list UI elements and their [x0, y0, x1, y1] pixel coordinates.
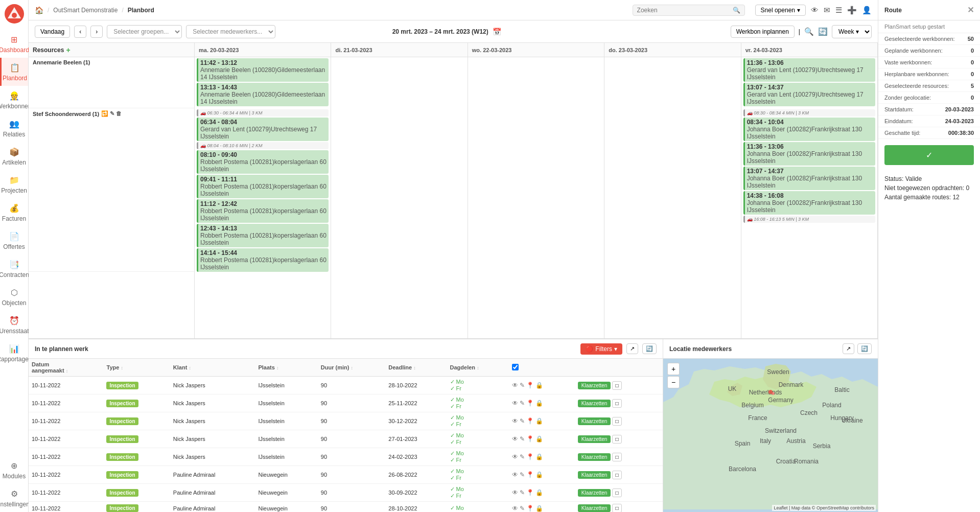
home-icon[interactable]: 🏠 [35, 6, 43, 14]
vandaag-button[interactable]: Vandaag [35, 26, 70, 38]
lock-row-icon[interactable]: 🔒 [535, 471, 543, 478]
refresh-icon[interactable]: 🔄 [818, 27, 828, 36]
pin-row-icon[interactable]: 📍 [526, 400, 534, 407]
sched-block[interactable]: 14:14 - 15:44 Robbert Postema (100281)ko… [197, 248, 329, 272]
sched-block[interactable]: 06:34 - 08:04 Gerard van Lent (100279)Ut… [197, 118, 329, 141]
edit-row-icon[interactable]: ✎ [520, 382, 525, 389]
row-extra-button[interactable]: □ [612, 417, 621, 426]
pin-row-icon[interactable]: 📍 [526, 417, 534, 425]
expand-button[interactable]: ↗ [626, 343, 638, 354]
calendar-icon[interactable]: 📅 [493, 28, 501, 36]
lock-row-icon[interactable]: 🔒 [535, 400, 543, 407]
klaarzetten-button[interactable]: Klaarzetten [578, 382, 611, 389]
travel-block[interactable]: 🚗 08:04 - 08:10 6 MIN | 2 KM [197, 142, 329, 149]
zoom-in-button[interactable]: + [667, 363, 680, 375]
lock-row-icon[interactable]: 🔒 [535, 505, 543, 512]
week-select-dropdown[interactable]: Week ▾ [832, 25, 872, 38]
edit-row-icon[interactable]: ✎ [520, 505, 525, 512]
sched-block[interactable]: 13:07 - 14:37 Johanna Boer (100282)Frank… [743, 167, 875, 190]
sidebar-item-werkbonnen[interactable]: 👷 Werkbonnen [0, 86, 28, 114]
sidebar-item-artikelen[interactable]: 📦 Artikelen [0, 142, 28, 170]
sched-block[interactable]: 11:36 - 13:06 Gerard van Lent (100279)Ut… [743, 58, 875, 82]
sidebar-item-contracten[interactable]: 📑 Contracten [0, 254, 28, 283]
klaarzetten-button[interactable]: Klaarzetten [578, 417, 611, 425]
edit-row-icon[interactable]: ✎ [520, 471, 525, 478]
mail-icon[interactable]: ✉ [824, 6, 830, 15]
sidebar-item-projecten[interactable]: 📁 Projecten [0, 170, 28, 198]
sidebar-item-modules[interactable]: ⊕ Modules [0, 456, 28, 484]
travel-block[interactable]: 🚗 06:30 - 06:34 4 MIN | 3 KM [197, 109, 329, 117]
eye-row-icon[interactable]: 👁 [512, 417, 518, 425]
sidebar-item-instellingen[interactable]: ⚙ Instellingen [0, 484, 28, 512]
search-toolbar-icon[interactable]: 🔍 [804, 27, 814, 36]
sidebar-item-offertes[interactable]: 📄 Offertes [0, 226, 28, 254]
pin-row-icon[interactable]: 📍 [526, 471, 534, 478]
klaarzetten-button[interactable]: Klaarzetten [578, 489, 611, 497]
route-confirm-button[interactable]: ✓ [884, 145, 974, 165]
klaarzetten-button[interactable]: Klaarzetten [578, 400, 611, 407]
lock-row-icon[interactable]: 🔒 [535, 435, 543, 443]
pin-row-icon[interactable]: 📍 [526, 489, 534, 496]
sched-block[interactable]: 14:38 - 16:08 Johanna Boer (100282)Frank… [743, 191, 875, 215]
nav-next-button[interactable]: › [90, 26, 103, 38]
klaarzetten-button[interactable]: Klaarzetten [578, 504, 611, 512]
refresh-work-button[interactable]: 🔄 [642, 343, 657, 354]
eye-row-icon[interactable]: 👁 [512, 435, 518, 443]
sidebar-item-rapportages[interactable]: 📊 Rapportages [0, 339, 28, 367]
row-extra-button[interactable]: □ [612, 381, 621, 390]
pin-row-icon[interactable]: 📍 [526, 382, 534, 389]
sidebar-item-urensstaat[interactable]: ⏰ Urensstaat [0, 311, 28, 339]
travel-block[interactable]: 🚗 08:30 - 08:34 4 MIN | 3 KM [743, 109, 875, 117]
select-medewerkers-dropdown[interactable]: Selecteer medewerkers... [186, 25, 275, 38]
sidebar-item-objecten[interactable]: ⬡ Objecten [0, 283, 28, 311]
edit-row-icon[interactable]: ✎ [520, 489, 525, 496]
lock-row-icon[interactable]: 🔒 [535, 417, 543, 425]
list-icon[interactable]: ☰ [835, 6, 842, 15]
row-extra-button[interactable]: □ [612, 399, 621, 408]
edit-row-icon[interactable]: ✎ [520, 453, 525, 460]
row-extra-button[interactable]: □ [612, 488, 621, 497]
row-extra-button[interactable]: □ [612, 435, 621, 444]
klaarzetten-button[interactable]: Klaarzetten [578, 453, 611, 461]
edit-row-icon[interactable]: ✎ [520, 417, 525, 425]
sched-block[interactable]: 11:42 - 13:12 Annemarie Beelen (100280)G… [197, 58, 329, 82]
eye-row-icon[interactable]: 👁 [512, 400, 518, 407]
sidebar-item-planbord[interactable]: 📋 Planbord [0, 58, 28, 86]
lock-row-icon[interactable]: 🔒 [535, 453, 543, 460]
row-extra-button[interactable]: □ [612, 504, 621, 512]
sidebar-item-dashboard[interactable]: ⊞ Dashboard [0, 30, 28, 58]
row-extra-button[interactable]: □ [612, 453, 621, 461]
pin-row-icon[interactable]: 📍 [526, 435, 534, 443]
sched-block[interactable]: 11:36 - 13:06 Johanna Boer (100282)Frank… [743, 142, 875, 166]
user-icon[interactable]: 👤 [862, 6, 872, 15]
eye-row-icon[interactable]: 👁 [512, 382, 518, 389]
eye-row-icon[interactable]: 👁 [512, 453, 518, 460]
eye-icon[interactable]: 👁 [811, 6, 819, 14]
lock-row-icon[interactable]: 🔒 [535, 382, 543, 389]
sched-block[interactable]: 13:13 - 14:43 Annemarie Beelen (100280)G… [197, 83, 329, 106]
lock-row-icon[interactable]: 🔒 [535, 489, 543, 496]
sched-block[interactable]: 12:43 - 14:13 Robbert Postema (100281)ko… [197, 224, 329, 247]
edit-row-icon[interactable]: ✎ [520, 400, 525, 407]
sched-block[interactable]: 09:41 - 11:11 Robbert Postema (100281)ko… [197, 175, 329, 198]
pin-row-icon[interactable]: 📍 [526, 453, 534, 460]
close-route-button[interactable]: ✕ [967, 5, 974, 15]
search-input[interactable] [637, 7, 733, 14]
sched-block[interactable]: 13:07 - 14:37 Gerard van Lent (100279)Ut… [743, 83, 875, 106]
travel-block[interactable]: 🚗 16:08 - 16:13 5 MIN | 3 KM [743, 216, 875, 223]
map-expand-button[interactable]: ↗ [843, 343, 854, 354]
add-resource-icon[interactable]: + [66, 46, 70, 54]
select-all-checkbox[interactable] [512, 364, 519, 370]
snel-openen-button[interactable]: Snel openen ▾ [755, 5, 806, 16]
add-icon[interactable]: ➕ [847, 6, 857, 15]
map-refresh-button[interactable]: 🔄 [857, 343, 872, 354]
klaarzetten-button[interactable]: Klaarzetten [578, 471, 611, 479]
breadcrumb-parent[interactable]: OutSmart Demonstratie [53, 7, 118, 14]
nav-prev-button[interactable]: ‹ [74, 26, 86, 38]
eye-row-icon[interactable]: 👁 [512, 505, 518, 512]
pin-row-icon[interactable]: 📍 [526, 505, 534, 512]
sidebar-item-relaties[interactable]: 👥 Relaties [0, 114, 28, 142]
filters-button[interactable]: 🔴 Filters ▾ [580, 343, 622, 355]
eye-row-icon[interactable]: 👁 [512, 489, 518, 496]
sidebar-item-facturen[interactable]: 💰 Facturen [0, 198, 28, 226]
